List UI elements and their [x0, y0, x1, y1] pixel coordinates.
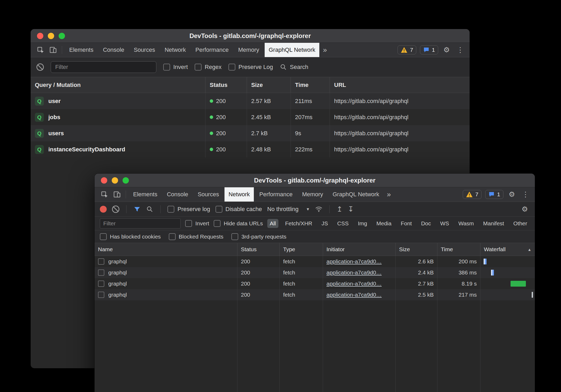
request-row[interactable]: graphql 200 fetch application-a7ca9d0… 2…	[95, 256, 535, 267]
column-header-time[interactable]: Time	[291, 77, 330, 93]
tab-performance[interactable]: Performance	[191, 43, 233, 57]
import-har-icon[interactable]: ↥	[336, 205, 343, 213]
settings-gear-icon[interactable]: ⚙	[507, 190, 517, 199]
minimize-button[interactable]	[112, 177, 118, 184]
checkbox-icon[interactable]	[100, 233, 107, 240]
network-settings-gear-icon[interactable]: ⚙	[520, 205, 530, 213]
tab-console[interactable]: Console	[163, 187, 192, 202]
settings-gear-icon[interactable]: ⚙	[442, 46, 451, 54]
initiator-link[interactable]: application-a7ca9d0…	[326, 258, 382, 265]
more-tabs-icon[interactable]: »	[321, 46, 329, 54]
preserve-log-checkbox[interactable]: Preserve log	[167, 206, 210, 213]
close-button[interactable]	[101, 177, 107, 184]
tab-memory[interactable]: Memory	[298, 187, 327, 202]
checkbox-icon[interactable]	[214, 220, 221, 227]
tab-graphql-network[interactable]: GraphQL Network	[265, 43, 319, 57]
filter-input[interactable]	[100, 218, 181, 228]
row-checkbox[interactable]	[98, 269, 104, 276]
tab-performance[interactable]: Performance	[255, 187, 297, 202]
device-toolbar-icon[interactable]	[111, 189, 123, 200]
throttling-select[interactable]: No throttling ▼	[267, 206, 310, 213]
checkbox-icon[interactable]	[169, 233, 176, 240]
titlebar[interactable]: DevTools - gitlab.com/-/graphql-explorer	[95, 174, 535, 187]
tab-elements[interactable]: Elements	[65, 43, 97, 57]
regex-checkbox[interactable]: Regex	[195, 64, 222, 71]
search-button[interactable]: Search	[280, 63, 308, 71]
column-header-status[interactable]: Status	[205, 77, 247, 93]
device-toolbar-icon[interactable]	[48, 45, 59, 55]
column-header-initiator[interactable]: Initiator	[323, 243, 396, 256]
column-header-name[interactable]: Name	[95, 243, 237, 256]
tab-sources[interactable]: Sources	[194, 187, 223, 202]
request-row[interactable]: graphql 200 fetch application-a7ca9d0… 2…	[95, 278, 535, 289]
checkbox-icon[interactable]	[231, 233, 238, 240]
invert-checkbox[interactable]: Invert	[163, 64, 188, 71]
column-header-query[interactable]: Query / Mutation	[31, 77, 205, 93]
filter-type-wasm[interactable]: Wasm	[456, 219, 476, 228]
tab-network[interactable]: Network	[161, 43, 190, 57]
initiator-link[interactable]: application-a7ca9d0…	[326, 281, 382, 287]
clear-icon[interactable]	[36, 63, 44, 71]
tab-sources[interactable]: Sources	[130, 43, 159, 57]
column-header-size[interactable]: Size	[396, 243, 437, 256]
third-party-requests-checkbox[interactable]: 3rd-party requests	[231, 233, 286, 240]
kebab-menu-icon[interactable]: ⋮	[455, 46, 465, 54]
filter-type-doc[interactable]: Doc	[419, 219, 433, 228]
column-header-status[interactable]: Status	[237, 243, 280, 256]
filter-type-js[interactable]: JS	[319, 219, 330, 228]
titlebar[interactable]: DevTools - gitlab.com/-/graphql-explorer	[31, 29, 470, 43]
has-blocked-cookies-checkbox[interactable]: Has blocked cookies	[100, 233, 161, 240]
column-header-size[interactable]: Size	[247, 77, 291, 93]
checkbox-icon[interactable]	[163, 64, 170, 71]
inspect-icon[interactable]	[35, 45, 46, 55]
zoom-button[interactable]	[59, 33, 65, 39]
filter-type-fetch-xhr[interactable]: Fetch/XHR	[283, 219, 315, 228]
export-har-icon[interactable]: ↧	[348, 205, 354, 213]
blocked-requests-checkbox[interactable]: Blocked Requests	[169, 233, 223, 240]
record-button[interactable]	[100, 206, 107, 213]
messages-badge[interactable]: 1	[485, 190, 503, 199]
warnings-badge[interactable]: 7	[463, 190, 481, 199]
initiator-link[interactable]: application-a7ca9d0…	[326, 292, 382, 298]
row-checkbox[interactable]	[98, 258, 104, 265]
filter-type-font[interactable]: Font	[398, 219, 414, 228]
filter-funnel-icon[interactable]	[133, 206, 141, 213]
checkbox-icon[interactable]	[167, 206, 174, 213]
filter-type-css[interactable]: CSS	[335, 219, 351, 228]
zoom-button[interactable]	[123, 177, 129, 184]
disable-cache-checkbox[interactable]: Disable cache	[216, 206, 262, 213]
tab-network[interactable]: Network	[225, 187, 254, 202]
tab-console[interactable]: Console	[99, 43, 128, 57]
request-row[interactable]: graphql 200 fetch application-a7ca9d0… 2…	[95, 267, 535, 278]
filter-type-img[interactable]: Img	[356, 219, 370, 228]
tab-memory[interactable]: Memory	[234, 43, 263, 57]
search-icon[interactable]	[146, 206, 153, 213]
filter-type-media[interactable]: Media	[374, 219, 394, 228]
messages-badge[interactable]: 1	[420, 45, 438, 54]
minimize-button[interactable]	[48, 33, 54, 39]
table-row[interactable]: Quser 200 2.57 kB 211ms https://gitlab.c…	[31, 93, 470, 109]
checkbox-icon[interactable]	[195, 64, 202, 71]
filter-type-ws[interactable]: WS	[438, 219, 452, 228]
column-header-time[interactable]: Time	[437, 243, 480, 256]
row-checkbox[interactable]	[98, 292, 104, 298]
request-row[interactable]: graphql 200 fetch application-a7ca9d0… 2…	[95, 289, 535, 300]
kebab-menu-icon[interactable]: ⋮	[520, 190, 531, 199]
checkbox-icon[interactable]	[228, 64, 235, 71]
tab-graphql-network[interactable]: GraphQL Network	[329, 187, 383, 202]
invert-checkbox[interactable]: Invert	[185, 220, 209, 227]
table-row[interactable]: Qjobs 200 2.45 kB 207ms https://gitlab.c…	[31, 109, 470, 125]
initiator-link[interactable]: application-a7ca9d0…	[326, 269, 382, 276]
close-button[interactable]	[37, 33, 43, 39]
hide-data-urls-checkbox[interactable]: Hide data URLs	[214, 220, 263, 227]
column-header-type[interactable]: Type	[280, 243, 323, 256]
network-conditions-icon[interactable]	[315, 206, 322, 213]
clear-icon[interactable]	[112, 206, 119, 213]
table-row[interactable]: QinstanceSecurityDashboard 200 2.48 kB 2…	[31, 141, 470, 157]
warnings-badge[interactable]: 7	[398, 45, 416, 54]
column-header-url[interactable]: URL	[330, 77, 470, 93]
checkbox-icon[interactable]	[216, 206, 222, 213]
tab-elements[interactable]: Elements	[129, 187, 161, 202]
filter-input[interactable]	[51, 61, 156, 73]
filter-type-manifest[interactable]: Manifest	[481, 219, 506, 228]
